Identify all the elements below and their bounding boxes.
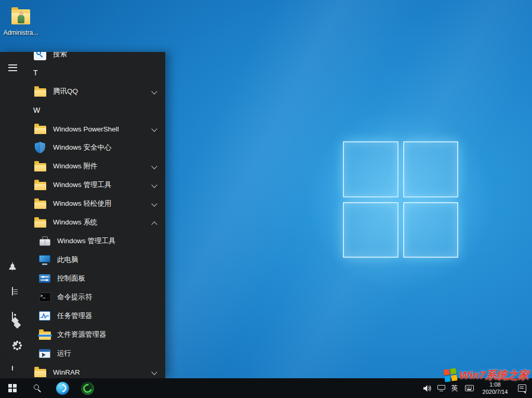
watermark-flag-icon — [443, 368, 457, 382]
watermark-logo-square — [450, 368, 456, 374]
clock-date: 2020/7/14 — [483, 388, 508, 395]
folder-icon — [33, 160, 47, 173]
app-list-item[interactable]: Windows 管理工具 — [25, 176, 165, 194]
app-list-item[interactable]: WinRAR — [25, 363, 165, 378]
app-list-item[interactable]: 腾讯QQ — [25, 82, 165, 101]
app-list-subitem[interactable]: 控制面板 — [25, 269, 165, 288]
control-panel-icon — [38, 272, 51, 285]
app-label: Windows 附件 — [53, 162, 98, 171]
watermark: Win7系统之家 — [444, 368, 529, 382]
app-list-item[interactable]: Windows 轻松使用 — [25, 194, 165, 213]
app-list-subitem[interactable]: 文件资源管理器 — [25, 325, 165, 344]
start-app-list-viewport[interactable]: 搜索T腾讯QQWWindows PowerShellWindows 安全中心Wi… — [25, 52, 165, 378]
windows-logo-pane — [403, 141, 459, 197]
app-label: Windows 安全中心 — [53, 143, 112, 152]
folder-icon — [33, 122, 47, 136]
chevron-down-icon[interactable] — [152, 201, 157, 207]
app-list-subitem[interactable]: Windows 管理工具 — [25, 232, 165, 250]
green-browser-icon — [81, 382, 94, 395]
windows-logo-pane — [343, 202, 398, 258]
document-icon — [12, 287, 13, 295]
app-label: Windows 系统 — [53, 218, 98, 227]
taskbar-search-button[interactable] — [25, 378, 50, 398]
app-list-item[interactable]: Windows 系统 — [25, 213, 165, 232]
documents-button[interactable] — [0, 278, 25, 303]
taskbar-browser-button[interactable] — [75, 378, 100, 398]
watermark-logo-square — [451, 375, 457, 381]
app-list-item[interactable]: Windows PowerShell — [25, 120, 165, 138]
ime-mode-label: 英 — [451, 383, 458, 393]
chevron-up-icon[interactable] — [152, 220, 157, 225]
this-pc-icon — [38, 254, 51, 266]
app-label: 控制面板 — [57, 274, 85, 283]
app-list-subitem[interactable]: >_命令提示符 — [25, 288, 165, 307]
app-label: 腾讯QQ — [53, 87, 78, 96]
action-center-icon — [518, 384, 526, 392]
user-button[interactable] — [0, 254, 25, 278]
folder-icon — [33, 216, 47, 229]
task-manager-icon — [38, 310, 51, 322]
app-label: 文件资源管理器 — [57, 330, 107, 339]
run-icon — [38, 347, 51, 360]
desktop-icon-administrator[interactable]: Administra... — [2, 6, 39, 36]
settings-button[interactable] — [0, 328, 25, 353]
chevron-down-icon[interactable] — [152, 369, 157, 375]
chevron-down-icon[interactable] — [152, 164, 157, 169]
app-label: Windows 轻松使用 — [53, 199, 112, 208]
chevron-down-icon[interactable] — [152, 126, 157, 132]
section-letter: T — [33, 69, 38, 77]
windows-start-icon — [8, 384, 17, 392]
watermark-logo-square — [443, 369, 449, 375]
touch-keyboard-icon — [465, 385, 474, 391]
app-label: 此电脑 — [57, 255, 78, 264]
app-label: Windows 管理工具 — [53, 180, 112, 190]
search-icon — [34, 384, 42, 392]
app-label: 命令提示符 — [57, 293, 92, 302]
admin-tools-icon — [38, 235, 51, 247]
network-icon — [437, 385, 445, 391]
folder-icon — [33, 178, 47, 192]
app-label: WinRAR — [53, 368, 80, 376]
section-letter: W — [33, 106, 40, 114]
windows-logo-pane — [403, 202, 459, 258]
app-list-section-header[interactable]: T — [25, 63, 165, 82]
hamburger-icon — [8, 64, 17, 71]
app-label: 运行 — [57, 349, 71, 358]
start-menu: 搜索T腾讯QQWWindows PowerShellWindows 安全中心Wi… — [0, 52, 165, 378]
start-menu-rail — [0, 52, 25, 378]
app-list-item[interactable]: 搜索 — [25, 52, 165, 63]
volume-button[interactable] — [420, 378, 434, 398]
app-list-subitem[interactable]: 运行 — [25, 344, 165, 363]
user-folder-icon — [9, 6, 33, 27]
search-icon — [33, 52, 47, 61]
app-list-item[interactable]: Windows 安全中心 — [25, 138, 165, 157]
pictures-button[interactable] — [0, 303, 25, 328]
folder-icon — [33, 365, 47, 378]
chevron-down-icon[interactable] — [152, 182, 157, 188]
chevron-down-icon[interactable] — [152, 89, 157, 95]
folder-icon — [33, 85, 47, 98]
pictures-icon — [12, 312, 13, 320]
shield-icon — [33, 141, 47, 154]
file-explorer-icon — [38, 328, 51, 341]
app-list-section-header[interactable]: W — [25, 101, 165, 120]
taskbar-edge-button[interactable] — [50, 378, 75, 398]
app-label: 搜索 — [53, 52, 67, 59]
watermark-logo-square — [444, 376, 450, 382]
watermark-text: Win7系统之家 — [459, 368, 529, 382]
folder-icon — [33, 197, 47, 210]
app-list-subitem[interactable]: 任务管理器 — [25, 307, 165, 325]
app-label: 任务管理器 — [57, 311, 92, 321]
app-label: Windows 管理工具 — [57, 236, 116, 246]
user-icon — [12, 262, 13, 270]
start-button[interactable] — [0, 378, 25, 398]
command-prompt-icon: >_ — [38, 291, 51, 303]
windows-logo-pane — [343, 141, 398, 197]
menu-button[interactable] — [0, 55, 25, 80]
start-app-list: 搜索T腾讯QQWWindows PowerShellWindows 安全中心Wi… — [25, 52, 165, 378]
app-list-subitem[interactable]: 此电脑 — [25, 250, 165, 269]
desktop: Administra... 搜索T腾讯QQWWindows PowerShell… — [0, 0, 532, 398]
power-button[interactable] — [0, 353, 25, 378]
app-label: Windows PowerShell — [53, 125, 119, 133]
app-list-item[interactable]: Windows 附件 — [25, 157, 165, 176]
